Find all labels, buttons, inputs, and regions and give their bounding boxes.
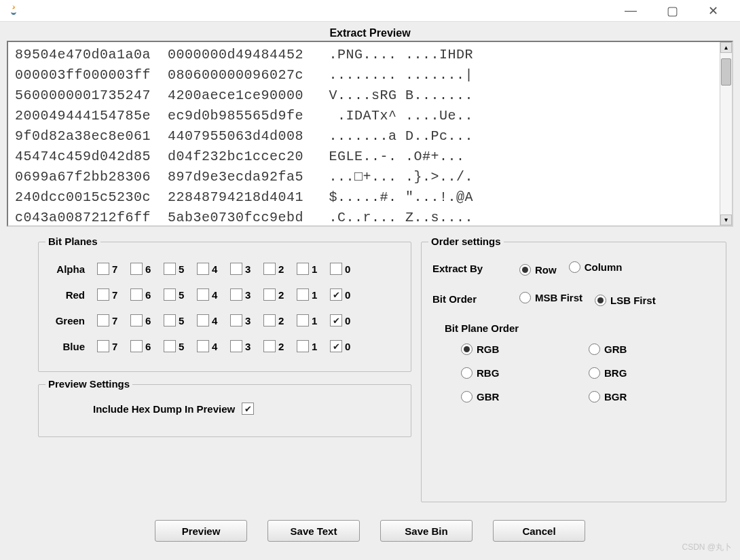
bit-number: 2 — [278, 289, 287, 301]
bit-checkbox[interactable] — [297, 340, 309, 352]
extract-by-option[interactable]: Column — [569, 261, 635, 273]
radio-icon[interactable] — [461, 367, 473, 379]
bit-cell: ✔0 — [330, 288, 354, 301]
scroll-down-arrow[interactable]: ▾ — [720, 214, 732, 225]
plane-order-option[interactable]: GBR — [461, 391, 571, 403]
bit-checkbox[interactable] — [197, 288, 209, 301]
radio-icon[interactable] — [569, 261, 580, 273]
bit-number: 1 — [312, 263, 320, 275]
preview-settings-legend: Preview Settings — [45, 378, 132, 390]
bit-checkbox[interactable] — [263, 340, 276, 352]
bit-checkbox[interactable] — [97, 340, 109, 352]
bit-cell: 4 — [197, 263, 221, 275]
plane-order-option[interactable]: BGR — [589, 391, 699, 403]
bit-order-label: Bit Order — [432, 293, 507, 305]
bit-checkbox[interactable] — [130, 263, 143, 275]
scroll-track[interactable] — [720, 53, 732, 214]
radio-label: Column — [585, 261, 623, 273]
extract-by-label: Extract By — [432, 263, 507, 274]
radio-label: BGR — [604, 391, 627, 403]
bit-checkbox[interactable] — [263, 314, 276, 326]
bit-checkbox[interactable] — [130, 288, 143, 301]
content: Extract Preview 89504e470d0a1a0a 0000000… — [0, 22, 740, 560]
bit-cell: 4 — [197, 340, 221, 352]
radio-icon[interactable] — [595, 295, 606, 306]
bit-checkbox[interactable] — [164, 340, 176, 352]
bit-checkbox[interactable] — [297, 288, 309, 301]
bit-checkbox[interactable] — [197, 340, 209, 352]
bit-checkbox[interactable] — [263, 288, 276, 301]
bit-plane-order-grid: RGBGRBRBGBRGGBRBGR — [428, 343, 719, 403]
radio-label: GRB — [604, 343, 627, 355]
watermark: CSDN @丸卜 — [682, 542, 732, 553]
radio-icon[interactable] — [461, 343, 473, 355]
plane-row-red: Red7654321✔0 — [45, 288, 404, 301]
bit-checkbox[interactable]: ✔ — [330, 288, 342, 301]
bit-cell: 5 — [164, 340, 187, 352]
radio-label: GBR — [477, 391, 499, 403]
radio-icon[interactable] — [519, 264, 531, 276]
bit-checkbox[interactable] — [97, 314, 109, 326]
preview-button[interactable]: Preview — [155, 520, 247, 542]
bit-checkbox[interactable] — [330, 263, 342, 275]
bit-cell: 7 — [97, 263, 121, 275]
radio-label: RGB — [477, 343, 499, 355]
radio-icon[interactable] — [461, 391, 473, 403]
bit-number: 5 — [179, 263, 187, 275]
bit-checkbox[interactable] — [263, 263, 276, 275]
plane-order-option[interactable]: RGB — [461, 343, 571, 355]
bit-order-option[interactable]: LSB First — [595, 295, 668, 306]
bit-number: 6 — [145, 289, 154, 301]
bit-checkbox[interactable] — [130, 340, 143, 352]
save-bin-button[interactable]: Save Bin — [380, 520, 473, 542]
extract-by-option[interactable]: Row — [519, 264, 569, 276]
bit-order-option[interactable]: MSB First — [519, 292, 595, 303]
radio-icon[interactable] — [589, 367, 600, 379]
bit-number: 3 — [245, 263, 254, 275]
bit-checkbox[interactable] — [230, 288, 242, 301]
bit-checkbox[interactable] — [97, 263, 109, 275]
maximize-button[interactable]: ▢ — [661, 3, 684, 18]
radio-icon[interactable] — [589, 391, 600, 403]
include-hex-label: Include Hex Dump In Preview — [93, 403, 235, 415]
titlebar-left — [4, 4, 20, 18]
minimize-button[interactable]: — — [619, 3, 642, 18]
radio-label: BRG — [604, 367, 627, 379]
radio-icon[interactable] — [519, 292, 531, 303]
save-text-button[interactable]: Save Text — [267, 520, 360, 542]
include-hex-checkbox[interactable]: ✔ — [242, 403, 254, 415]
bit-checkbox[interactable] — [230, 340, 242, 352]
page-title: Extract Preview — [5, 24, 735, 41]
close-button[interactable]: ✕ — [703, 3, 724, 18]
bit-checkbox[interactable] — [164, 314, 176, 326]
radio-icon[interactable] — [589, 343, 600, 355]
bit-checkbox[interactable]: ✔ — [330, 314, 342, 326]
bit-checkbox[interactable] — [164, 263, 176, 275]
bit-cell: 7 — [97, 314, 121, 326]
bit-checkbox[interactable] — [197, 263, 209, 275]
plane-order-option[interactable]: GRB — [589, 343, 699, 355]
plane-order-option[interactable]: RBG — [461, 367, 571, 379]
scroll-up-arrow[interactable]: ▴ — [720, 42, 732, 53]
plane-row-green: Green7654321✔0 — [45, 314, 404, 326]
bit-checkbox[interactable] — [297, 263, 309, 275]
hex-scrollbar[interactable]: ▴ ▾ — [720, 42, 732, 225]
plane-order-option[interactable]: BRG — [589, 367, 699, 379]
cancel-button[interactable]: Cancel — [493, 520, 585, 542]
scroll-thumb[interactable] — [721, 58, 731, 86]
bit-number: 2 — [278, 263, 287, 275]
bit-checkbox[interactable]: ✔ — [330, 340, 342, 352]
bit-checkbox[interactable] — [197, 314, 209, 326]
order-settings-legend: Order settings — [428, 236, 504, 247]
bit-checkbox[interactable] — [230, 314, 242, 326]
bit-checkbox[interactable] — [230, 263, 242, 275]
bit-checkbox[interactable] — [297, 314, 309, 326]
bit-cell: 6 — [130, 263, 154, 275]
bit-cell: 1 — [297, 314, 320, 326]
bit-checkbox[interactable] — [130, 314, 143, 326]
bit-checkbox[interactable] — [164, 288, 176, 301]
bit-checkbox[interactable] — [97, 288, 109, 301]
bit-cell: 1 — [297, 263, 320, 275]
button-row: Preview Save Text Save Bin Cancel — [5, 505, 735, 554]
bit-number: 2 — [278, 341, 287, 352]
